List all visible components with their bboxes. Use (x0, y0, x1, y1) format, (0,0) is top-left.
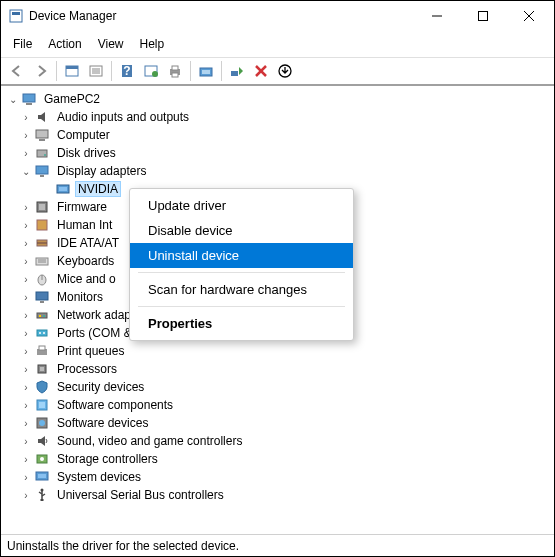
svg-rect-18 (172, 73, 178, 77)
svg-rect-47 (37, 313, 47, 318)
tree-category[interactable]: ›Storage controllers (3, 450, 552, 468)
svg-rect-21 (231, 71, 238, 76)
svg-rect-36 (39, 204, 45, 210)
maximize-button[interactable] (460, 2, 506, 30)
window-title: Device Manager (29, 9, 414, 23)
svg-rect-64 (38, 474, 46, 478)
tree-root[interactable]: ⌄ GamePC2 (3, 90, 552, 108)
category-icon (34, 397, 50, 413)
category-icon (34, 235, 50, 251)
statusbar: Uninstalls the driver for the selected d… (1, 534, 554, 556)
category-label: Software components (54, 397, 176, 413)
scan-button[interactable] (194, 60, 218, 82)
chevron-right-icon[interactable]: › (18, 418, 34, 429)
menu-help[interactable]: Help (132, 33, 173, 55)
tree-category[interactable]: ›Print queues (3, 342, 552, 360)
chevron-right-icon[interactable]: › (18, 238, 34, 249)
ctx-separator (138, 306, 345, 307)
category-label: Keyboards (54, 253, 117, 269)
category-icon (34, 451, 50, 467)
category-label: Storage controllers (54, 451, 161, 467)
chevron-right-icon[interactable]: › (18, 454, 34, 465)
category-icon (34, 127, 50, 143)
chevron-right-icon[interactable]: › (18, 130, 34, 141)
ctx-separator (138, 272, 345, 273)
chevron-right-icon[interactable]: › (18, 490, 34, 501)
update-button[interactable] (273, 60, 297, 82)
forward-button[interactable] (29, 60, 53, 82)
chevron-right-icon[interactable]: › (18, 310, 34, 321)
category-icon (34, 289, 50, 305)
category-icon (34, 271, 50, 287)
help-button[interactable]: ? (115, 60, 139, 82)
svg-rect-48 (39, 315, 41, 317)
print-button[interactable] (163, 60, 187, 82)
category-label: Universal Serial Bus controllers (54, 487, 227, 503)
svg-point-30 (44, 154, 46, 156)
svg-text:?: ? (123, 64, 130, 78)
chevron-right-icon[interactable]: › (18, 364, 34, 375)
back-button[interactable] (5, 60, 29, 82)
category-icon (34, 343, 50, 359)
chevron-right-icon[interactable]: › (18, 148, 34, 159)
close-button[interactable] (506, 2, 552, 30)
uninstall-button[interactable] (249, 60, 273, 82)
ctx-properties[interactable]: Properties (130, 311, 353, 336)
tree-category[interactable]: ⌄Display adapters (3, 162, 552, 180)
tree-category[interactable]: ›System devices (3, 468, 552, 486)
svg-point-62 (40, 457, 44, 461)
tree-category[interactable]: ›Software components (3, 396, 552, 414)
ctx-disable-device[interactable]: Disable device (130, 218, 353, 243)
tree-category[interactable]: ›Audio inputs and outputs (3, 108, 552, 126)
category-icon (34, 307, 50, 323)
ctx-uninstall-device[interactable]: Uninstall device (130, 243, 353, 268)
tree-category[interactable]: ›Software devices (3, 414, 552, 432)
tree-category[interactable]: ›Security devices (3, 378, 552, 396)
svg-point-15 (152, 71, 158, 77)
svg-point-51 (39, 332, 41, 334)
menu-file[interactable]: File (5, 33, 40, 55)
menu-view[interactable]: View (90, 33, 132, 55)
chevron-right-icon[interactable]: › (18, 382, 34, 393)
chevron-right-icon[interactable]: › (18, 328, 34, 339)
category-label: Mice and o (54, 271, 119, 287)
show-hidden-button[interactable] (60, 60, 84, 82)
status-text: Uninstalls the driver for the selected d… (7, 539, 239, 553)
minimize-button[interactable] (414, 2, 460, 30)
tree-category[interactable]: ›Disk drives (3, 144, 552, 162)
ctx-scan-hardware[interactable]: Scan for hardware changes (130, 277, 353, 302)
ctx-update-driver[interactable]: Update driver (130, 193, 353, 218)
category-label: Computer (54, 127, 113, 143)
chevron-right-icon[interactable]: › (18, 292, 34, 303)
category-label: Security devices (54, 379, 147, 395)
tree-category[interactable]: ›Universal Serial Bus controllers (3, 486, 552, 504)
enable-button[interactable] (225, 60, 249, 82)
action2-button[interactable] (139, 60, 163, 82)
chevron-right-icon[interactable]: › (18, 436, 34, 447)
category-icon (34, 361, 50, 377)
chevron-right-icon[interactable]: › (18, 256, 34, 267)
chevron-right-icon[interactable]: › (18, 274, 34, 285)
chevron-right-icon[interactable]: › (18, 400, 34, 411)
tree-category[interactable]: ›Processors (3, 360, 552, 378)
chevron-right-icon[interactable]: › (18, 220, 34, 231)
device-tree[interactable]: ⌄ GamePC2 ›Audio inputs and outputs›Comp… (1, 87, 554, 534)
chevron-right-icon[interactable]: › (18, 472, 34, 483)
category-label: Software devices (54, 415, 151, 431)
svg-rect-49 (43, 315, 45, 317)
device-label: NVIDIA (75, 181, 121, 197)
svg-rect-67 (41, 499, 44, 501)
chevron-right-icon[interactable]: › (18, 346, 34, 357)
chevron-down-icon[interactable]: ⌄ (18, 166, 34, 177)
chevron-down-icon[interactable]: ⌄ (5, 94, 21, 105)
tree-category[interactable]: ›Sound, video and game controllers (3, 432, 552, 450)
chevron-right-icon[interactable]: › (18, 202, 34, 213)
chevron-right-icon[interactable]: › (18, 112, 34, 123)
properties-button[interactable] (84, 60, 108, 82)
menu-action[interactable]: Action (40, 33, 89, 55)
category-icon (34, 487, 50, 503)
category-label: Monitors (54, 289, 106, 305)
tree-category[interactable]: ›Computer (3, 126, 552, 144)
svg-rect-17 (172, 66, 178, 70)
category-icon (34, 379, 50, 395)
